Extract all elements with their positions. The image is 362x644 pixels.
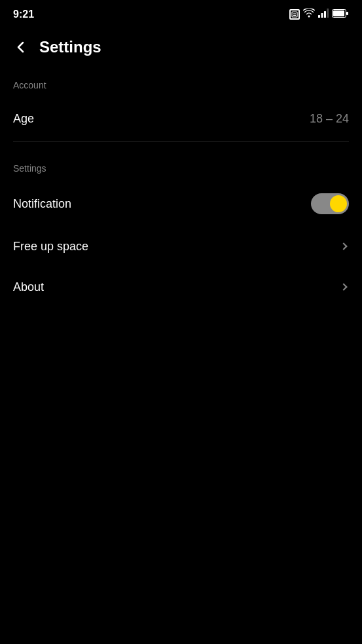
wifi-icon — [303, 9, 315, 20]
svg-rect-8 — [333, 10, 344, 16]
svg-rect-4 — [321, 13, 323, 18]
setting-item-free-up-space[interactable]: Free up space — [0, 226, 362, 267]
chevron-right-icon — [340, 242, 347, 250]
notification-label: Notification — [13, 197, 71, 211]
svg-rect-0 — [292, 12, 297, 17]
svg-rect-3 — [318, 15, 320, 18]
settings-content: Account Age 18 – 24 Settings Notificatio… — [0, 68, 362, 314]
notification-right — [311, 193, 349, 214]
page-header: Settings — [0, 26, 362, 68]
age-value: 18 – 24 — [310, 112, 349, 126]
svg-rect-5 — [324, 11, 326, 18]
setting-item-about[interactable]: About — [0, 267, 362, 307]
page-title: Settings — [39, 38, 101, 56]
signal-icon — [318, 9, 329, 20]
chevron-right-icon-about — [340, 283, 347, 290]
battery-icon — [332, 9, 349, 20]
free-up-space-label: Free up space — [13, 240, 88, 254]
notification-toggle[interactable] — [311, 193, 349, 214]
task-icon — [289, 9, 300, 20]
section-settings-label: Settings — [0, 158, 362, 181]
free-up-space-right — [341, 244, 349, 249]
setting-item-notification[interactable]: Notification — [0, 181, 362, 226]
time-display: 9:21 — [13, 9, 34, 20]
section-account: Account Age 18 – 24 — [0, 75, 362, 142]
svg-rect-9 — [346, 12, 348, 15]
status-bar: 9:21 — [0, 0, 362, 26]
divider-1 — [13, 142, 349, 142]
toggle-knob — [330, 195, 347, 212]
age-label: Age — [13, 112, 34, 126]
status-icons — [289, 9, 349, 20]
back-button[interactable] — [10, 37, 31, 58]
about-right — [341, 284, 349, 290]
section-account-label: Account — [0, 75, 362, 98]
about-label: About — [13, 280, 44, 294]
svg-rect-6 — [327, 9, 329, 18]
setting-item-age: Age 18 – 24 — [0, 98, 362, 139]
section-settings: Settings Notification Free up space Abou… — [0, 158, 362, 307]
